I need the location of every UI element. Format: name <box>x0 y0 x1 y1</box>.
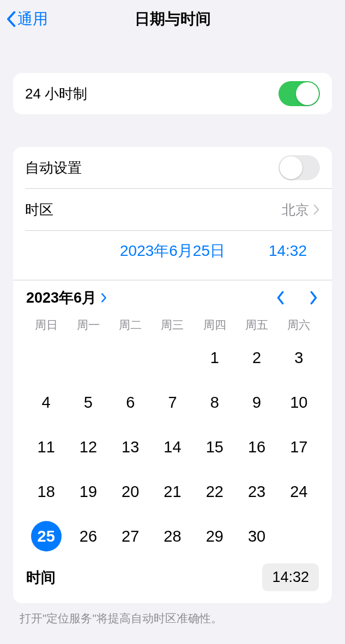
day-number: 28 <box>157 521 187 551</box>
day-number: 9 <box>241 387 272 418</box>
day-cell[interactable]: 24 <box>278 476 320 507</box>
day-cell[interactable]: 6 <box>110 387 152 418</box>
day-number: 21 <box>157 476 187 507</box>
weekday-label: 周一 <box>67 317 109 333</box>
row-date-time: 2023年6月25日 14:32 <box>13 231 332 280</box>
day-cell[interactable]: 1 <box>193 342 235 373</box>
day-cell[interactable]: 17 <box>278 432 320 462</box>
chevron-left-icon <box>275 290 285 305</box>
calendar-header: 2023年6月 <box>25 280 320 317</box>
weekday-row: 周日周一周二周三周四周五周六 <box>25 317 320 333</box>
day-number: 26 <box>73 521 104 551</box>
month-label: 2023年6月 <box>26 288 96 308</box>
calendar: 2023年6月 周日周一周二周三周四周五周六 12345678910111213… <box>13 280 332 603</box>
day-cell[interactable]: 26 <box>67 521 109 551</box>
day-cell[interactable]: 8 <box>193 387 235 418</box>
selected-time[interactable]: 14:32 <box>269 242 307 260</box>
day-cell[interactable]: 28 <box>152 521 193 551</box>
day-cell[interactable]: 20 <box>110 476 152 507</box>
day-number: 5 <box>73 387 104 418</box>
page-title: 日期与时间 <box>0 9 345 29</box>
weekday-label: 周四 <box>193 317 235 333</box>
weekday-label: 周二 <box>110 317 152 333</box>
days-grid: 1234567891011121314151617181920212223242… <box>25 342 320 551</box>
day-cell[interactable]: 13 <box>110 432 152 462</box>
selected-date[interactable]: 2023年6月25日 <box>120 241 225 261</box>
toggle-24h[interactable] <box>279 81 320 106</box>
group-clock24: 24 小时制 <box>13 73 332 114</box>
day-cell[interactable]: 10 <box>278 387 320 418</box>
day-number: 14 <box>157 432 187 462</box>
weekday-label: 周三 <box>152 317 193 333</box>
day-cell[interactable]: 29 <box>193 521 235 551</box>
day-number: 13 <box>115 432 146 462</box>
label-timezone: 时区 <box>25 200 53 219</box>
time-label: 时间 <box>26 568 56 587</box>
chevron-right-icon <box>101 293 107 303</box>
day-empty <box>67 342 109 373</box>
day-cell[interactable]: 19 <box>67 476 109 507</box>
next-month-button[interactable] <box>309 290 319 305</box>
day-number: 17 <box>283 432 314 462</box>
day-number: 15 <box>199 432 230 462</box>
value-timezone: 北京 <box>282 201 309 219</box>
day-cell[interactable]: 5 <box>67 387 109 418</box>
day-cell[interactable]: 11 <box>25 432 67 462</box>
label-24h: 24 小时制 <box>25 84 87 103</box>
day-number: 23 <box>241 476 272 507</box>
back-label: 通用 <box>17 9 48 29</box>
time-picker[interactable]: 14:32 <box>262 563 319 591</box>
day-number: 18 <box>31 476 62 507</box>
day-cell[interactable]: 2 <box>235 342 277 373</box>
weekday-label: 周日 <box>25 317 67 333</box>
day-number: 20 <box>115 476 146 507</box>
day-cell[interactable]: 12 <box>67 432 109 462</box>
day-number: 25 <box>31 521 62 551</box>
day-cell[interactable]: 23 <box>235 476 277 507</box>
day-cell[interactable]: 14 <box>152 432 193 462</box>
day-number: 8 <box>199 387 230 418</box>
day-number: 27 <box>115 521 146 551</box>
chevron-right-icon <box>313 204 320 215</box>
day-number: 19 <box>73 476 104 507</box>
day-cell[interactable]: 9 <box>235 387 277 418</box>
toggle-knob <box>296 82 319 105</box>
day-cell[interactable]: 25 <box>25 521 67 551</box>
group-datetime: 自动设置 时区 北京 2023年6月25日 14:32 2023年6月 <box>13 147 332 603</box>
day-number: 2 <box>241 342 272 373</box>
day-number: 1 <box>199 342 230 373</box>
day-empty <box>25 342 67 373</box>
back-button[interactable]: 通用 <box>0 9 48 29</box>
day-cell[interactable]: 21 <box>152 476 193 507</box>
day-cell[interactable]: 4 <box>25 387 67 418</box>
weekday-label: 周六 <box>278 317 320 333</box>
day-number: 30 <box>241 521 272 551</box>
day-cell[interactable]: 15 <box>193 432 235 462</box>
day-number: 4 <box>31 387 62 418</box>
header: 通用 日期与时间 <box>0 0 345 38</box>
day-cell[interactable]: 30 <box>235 521 277 551</box>
day-cell[interactable]: 27 <box>110 521 152 551</box>
day-cell[interactable]: 16 <box>235 432 277 462</box>
month-picker[interactable]: 2023年6月 <box>26 288 107 308</box>
prev-month-button[interactable] <box>275 290 285 305</box>
weekday-label: 周五 <box>235 317 277 333</box>
calendar-nav <box>275 290 319 305</box>
day-cell[interactable]: 22 <box>193 476 235 507</box>
day-number: 16 <box>241 432 272 462</box>
day-empty <box>110 342 152 373</box>
day-cell[interactable]: 3 <box>278 342 320 373</box>
footer-note: 打开"定位服务"将提高自动时区准确性。 <box>20 611 325 626</box>
label-autoset: 自动设置 <box>25 158 82 177</box>
day-empty <box>152 342 193 373</box>
toggle-knob <box>280 156 302 179</box>
chevron-right-icon <box>309 290 319 305</box>
row-timezone[interactable]: 时区 北京 <box>13 189 332 230</box>
day-number: 24 <box>283 476 314 507</box>
day-number: 7 <box>157 387 187 418</box>
day-cell[interactable]: 18 <box>25 476 67 507</box>
toggle-autoset[interactable] <box>279 155 320 180</box>
day-number: 22 <box>199 476 230 507</box>
time-row: 时间 14:32 <box>25 563 320 591</box>
day-cell[interactable]: 7 <box>152 387 193 418</box>
